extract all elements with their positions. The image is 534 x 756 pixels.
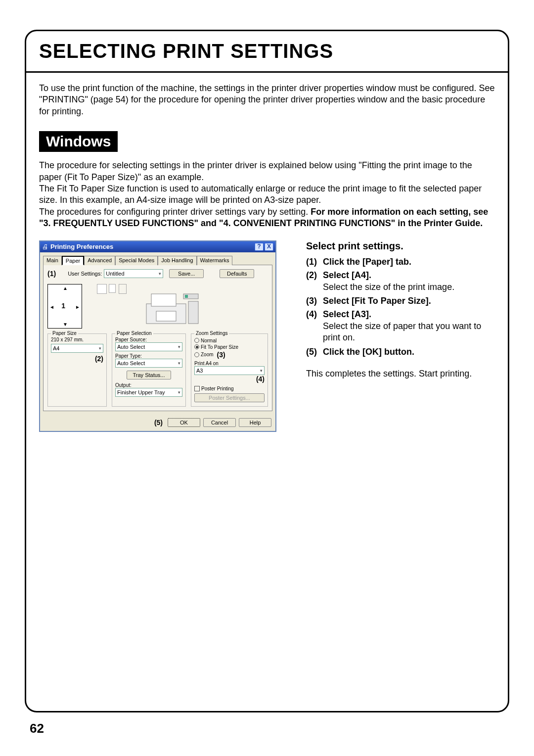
callout-3: (3) (217, 351, 225, 359)
app-icon: 🖨 (42, 243, 48, 250)
dialog-footer: (5) OK Cancel Help (40, 414, 275, 431)
paper-size-combo[interactable]: A4 ▾ (51, 344, 103, 353)
page-frame: SELECTING PRINT SETTINGS To use the prin… (25, 30, 509, 712)
paper-source-value: Auto Select (117, 344, 145, 350)
print-on-value: A3 (196, 368, 203, 374)
output-combo[interactable]: Finisher Upper Tray▾ (115, 388, 182, 397)
zoom-legend: Zoom Settings (194, 331, 229, 336)
radio-normal[interactable]: Normal (194, 338, 265, 343)
radio-zoom[interactable]: Zoom (3) (194, 351, 265, 359)
tab-job-handling[interactable]: Job Handling (158, 256, 196, 265)
step-4-num: (4) (306, 309, 323, 320)
dialog-titlebar: 🖨 Printing Preferences ? X (40, 241, 275, 252)
help-button[interactable]: Help (239, 418, 271, 427)
step-5-num: (5) (306, 347, 323, 357)
step-2-text: Select [A4]. (323, 270, 371, 281)
svg-rect-4 (156, 311, 176, 321)
tab-paper[interactable]: Paper (62, 256, 84, 265)
paper-size-value: A4 (53, 345, 59, 351)
tab-special-modes[interactable]: Special Modes (115, 256, 158, 265)
page-title: SELECTING PRINT SETTINGS (39, 40, 495, 62)
closing-text: This completes the settings. Start print… (306, 368, 495, 379)
output-label: Output: (115, 382, 182, 388)
paper-selection-legend: Paper Selection (115, 331, 153, 336)
chevron-down-icon: ▾ (178, 344, 180, 349)
tab-bar: Main Paper Advanced Special Modes Job Ha… (40, 252, 275, 265)
tray-status-button[interactable]: Tray Status... (127, 371, 171, 379)
intro-text: To use the print function of the machine… (39, 83, 495, 117)
close-button[interactable]: X (265, 243, 273, 251)
proc-p2: The Fit To Paper Size function is used t… (39, 184, 482, 205)
cancel-button[interactable]: Cancel (203, 418, 236, 427)
step-4-note: Select the size of paper that you want t… (323, 321, 495, 344)
ok-button[interactable]: OK (168, 418, 200, 427)
radio-fit-to-paper[interactable]: Fit To Paper Size (194, 344, 265, 350)
poster-settings-button: Poster Settings... (194, 393, 265, 402)
chevron-down-icon: ▾ (260, 368, 263, 373)
poster-checkbox[interactable]: Poster Printing (194, 386, 265, 392)
page-number: 62 (30, 721, 44, 736)
chevron-down-icon: ▾ (178, 390, 180, 395)
group-paper-size: Paper Size 210 x 297 mm. A4 ▾ (2) (47, 333, 107, 407)
step-2: (2) Select [A4]. (306, 270, 495, 281)
print-on-label: Print A4 on (194, 361, 265, 366)
step-2-note: Select the size of the print image. (323, 282, 495, 293)
arrow-up-icon: ▲ (63, 285, 68, 291)
preview-sheet: ▲ ▼ ◄ ► 1 (47, 284, 82, 329)
callout-1: (1) (47, 270, 56, 278)
preview-row: ▲ ▼ ◄ ► 1 (47, 281, 268, 333)
save-button[interactable]: Save... (169, 269, 204, 278)
step-3-num: (3) (306, 296, 323, 306)
user-settings-label: User Settings: (68, 271, 102, 277)
callout-5: (5) (154, 419, 163, 426)
steps-column: Select print settings. (1) Click the [Pa… (306, 240, 495, 432)
steps-title: Select print settings. (306, 240, 495, 252)
paper-size-dim: 210 x 297 mm. (51, 337, 103, 342)
tab-body: (1) User Settings: Untitled ▾ Save... De… (43, 265, 272, 412)
tab-watermarks[interactable]: Watermarks (197, 256, 233, 265)
step-3-text: Select [Fit To Paper Size]. (323, 296, 431, 306)
step-1-text: Click the [Paper] tab. (323, 257, 411, 267)
content: To use the print function of the machine… (26, 73, 508, 432)
printer-illustration (141, 284, 201, 329)
callout-2: (2) (51, 355, 103, 363)
tab-main[interactable]: Main (43, 256, 62, 265)
title-box: SELECTING PRINT SETTINGS (26, 31, 508, 73)
dialog-title: Printing Preferences (50, 243, 254, 250)
tab-advanced[interactable]: Advanced (84, 256, 115, 265)
columns: 🖨 Printing Preferences ? X Main Paper Ad… (39, 240, 495, 432)
step-4-text: Select [A3]. (323, 309, 371, 320)
orientation-icon-1[interactable] (97, 284, 107, 294)
step-5: (5) Click the [OK] button. (306, 347, 495, 357)
step-5-text: Click the [OK] button. (323, 347, 414, 357)
orientation-icons (97, 284, 116, 294)
user-settings-value: Untitled (106, 271, 124, 277)
arrow-right-icon: ► (75, 304, 80, 310)
proc-p1: The procedure for selecting settings in … (39, 160, 472, 182)
help-button[interactable]: ? (255, 243, 264, 251)
svg-rect-3 (185, 295, 188, 298)
paper-source-label: Paper Source: (115, 337, 182, 342)
arrow-left-icon: ◄ (49, 304, 54, 310)
orientation-icon-2[interactable] (109, 284, 116, 293)
defaults-button[interactable]: Defaults (220, 269, 254, 278)
user-settings-combo[interactable]: Untitled ▾ (104, 269, 163, 278)
step-1: (1) Click the [Paper] tab. (306, 257, 495, 267)
paper-type-combo[interactable]: Auto Select▾ (115, 359, 182, 368)
preview-page-number: 1 (61, 302, 65, 310)
printer-icon (141, 284, 201, 329)
settings-panels: Paper Size 210 x 297 mm. A4 ▾ (2) Paper … (47, 333, 268, 407)
arrow-down-icon: ▼ (63, 322, 68, 327)
print-on-combo[interactable]: A3▾ (194, 366, 265, 375)
proc-p3a: The procedures for configuring printer d… (39, 207, 311, 217)
paper-type-value: Auto Select (117, 360, 145, 366)
dialog-window: 🖨 Printing Preferences ? X Main Paper Ad… (39, 240, 276, 432)
layout-icon[interactable] (119, 284, 127, 294)
procedure-text: The procedure for selecting settings in … (39, 160, 495, 229)
step-2-num: (2) (306, 270, 323, 281)
chevron-down-icon: ▾ (178, 361, 180, 366)
group-paper-selection: Paper Selection Paper Source: Auto Selec… (112, 333, 186, 407)
paper-type-label: Paper Type: (115, 353, 182, 359)
step-3: (3) Select [Fit To Paper Size]. (306, 296, 495, 306)
paper-source-combo[interactable]: Auto Select▾ (115, 342, 182, 351)
